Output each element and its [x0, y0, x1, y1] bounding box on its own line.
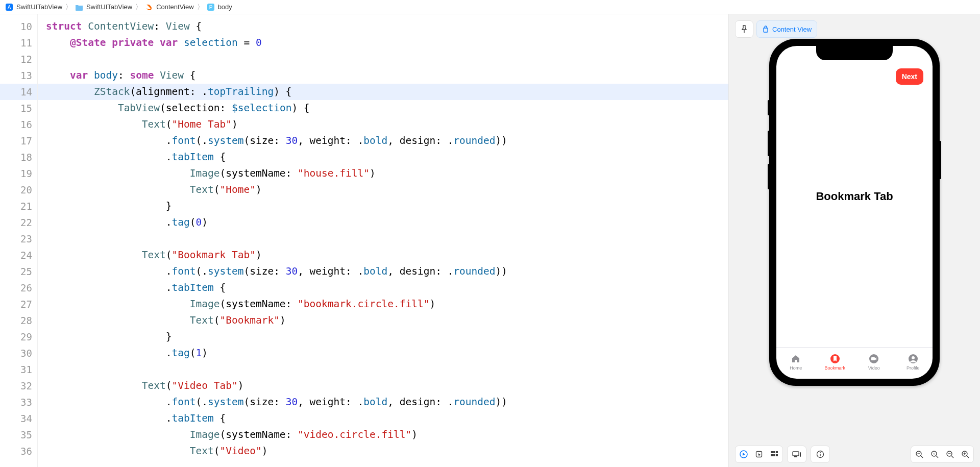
variants-preview-button[interactable]: [769, 449, 779, 459]
preview-body-label: Bookmark Tab: [776, 46, 933, 347]
line-number: 25: [0, 263, 32, 280]
svg-line-34: [967, 456, 969, 458]
info-icon: [815, 449, 825, 459]
content-view-chip-label: Content View: [772, 26, 812, 33]
code-line[interactable]: Text("Home"): [46, 182, 728, 198]
breadcrumb: A SwiftUITabView 〉 SwiftUITabView 〉 Cont…: [0, 0, 980, 14]
bag-icon: [762, 26, 769, 33]
breadcrumb-label: body: [218, 3, 232, 11]
code-area[interactable]: struct ContentView: View { @State privat…: [38, 14, 728, 467]
preview-canvas: Content View Next Bookmark Tab HomeBookm…: [729, 14, 980, 467]
line-number: 31: [0, 361, 32, 378]
code-line[interactable]: Image(systemName: "house.fill"): [46, 165, 728, 182]
person-circle-icon: [908, 353, 919, 364]
selectable-preview-button[interactable]: [754, 449, 764, 459]
code-line[interactable]: Text("Video"): [46, 443, 728, 459]
line-number: 24: [0, 247, 32, 263]
line-number: 21: [0, 198, 32, 214]
breadcrumb-label: SwiftUITabView: [16, 3, 62, 11]
code-line[interactable]: Text("Bookmark Tab"): [46, 247, 728, 263]
canvas-settings-button[interactable]: [811, 446, 830, 463]
code-line[interactable]: }: [46, 198, 728, 214]
preview-tab-label: Home: [790, 365, 802, 371]
line-number-gutter: 1011121314151617181920212223242526272829…: [0, 14, 38, 467]
svg-rect-22: [820, 454, 820, 456]
code-line[interactable]: @State private var selection = 0: [46, 35, 728, 51]
line-number: 16: [0, 116, 32, 133]
line-number: 23: [0, 231, 32, 247]
line-number: 11: [0, 35, 32, 51]
breadcrumb-item-project[interactable]: A SwiftUITabView: [5, 3, 62, 11]
chevron-right-icon: 〉: [65, 3, 72, 12]
svg-rect-17: [793, 452, 799, 456]
breadcrumb-item-file[interactable]: ContentView: [145, 3, 193, 11]
next-button[interactable]: Next: [896, 68, 923, 85]
preview-tab-home[interactable]: Home: [780, 353, 811, 371]
code-line[interactable]: .tabItem {: [46, 149, 728, 165]
pin-preview-button[interactable]: [735, 20, 753, 38]
code-line[interactable]: .font(.system(size: 30, weight: .bold, d…: [46, 263, 728, 280]
content-view-chip[interactable]: Content View: [756, 20, 817, 38]
code-line[interactable]: Image(systemName: "video.circle.fill"): [46, 427, 728, 443]
code-line[interactable]: .tag(1): [46, 345, 728, 361]
code-line[interactable]: ZStack(alignment: .topTrailing) {: [38, 84, 728, 100]
code-line[interactable]: .font(.system(size: 30, weight: .bold, d…: [46, 133, 728, 149]
line-number: 33: [0, 394, 32, 410]
svg-rect-14: [771, 454, 773, 456]
code-line[interactable]: struct ContentView: View {: [46, 18, 728, 35]
preview-tab-label: Video: [868, 365, 880, 371]
app-icon: A: [5, 3, 13, 11]
line-number: 32: [0, 378, 32, 394]
pin-icon: [741, 25, 748, 33]
code-line[interactable]: [46, 231, 728, 247]
preview-tab-label: Bookmark: [824, 365, 845, 371]
code-line[interactable]: var body: some View {: [46, 67, 728, 84]
svg-rect-16: [776, 454, 778, 456]
zoom-out-button[interactable]: [914, 449, 924, 459]
preview-tabbar: HomeBookmarkVideoProfile: [776, 347, 933, 379]
breadcrumb-label: ContentView: [156, 3, 193, 11]
preview-tab-label: Profile: [906, 365, 920, 371]
chevron-right-icon: 〉: [197, 3, 204, 12]
device-settings-icon: [792, 449, 802, 459]
line-number: 20: [0, 182, 32, 198]
bookmark-circle-icon: [829, 353, 841, 364]
code-line[interactable]: [46, 51, 728, 67]
preview-tab-profile[interactable]: Profile: [898, 353, 928, 371]
preview-tab-video[interactable]: Video: [859, 353, 889, 371]
code-line[interactable]: TabView(selection: $selection) {: [46, 100, 728, 116]
breadcrumb-item-folder[interactable]: SwiftUITabView: [75, 3, 132, 11]
line-number: 26: [0, 280, 32, 296]
zoom-in-button[interactable]: [960, 449, 970, 459]
preview-controls-group: [735, 446, 783, 463]
code-line[interactable]: Text("Home Tab"): [46, 116, 728, 133]
zoom-fit-button[interactable]: [945, 449, 955, 459]
code-line[interactable]: [46, 361, 728, 378]
device-screen[interactable]: Next Bookmark Tab HomeBookmarkVideoProfi…: [776, 46, 933, 379]
code-line[interactable]: Text("Video Tab"): [46, 378, 728, 394]
device-settings-button[interactable]: [787, 446, 806, 463]
line-number: 22: [0, 214, 32, 231]
svg-line-30: [951, 456, 953, 458]
swift-icon: [145, 3, 153, 11]
code-line[interactable]: .font(.system(size: 30, weight: .bold, d…: [46, 394, 728, 410]
line-number: 28: [0, 312, 32, 329]
svg-line-27: [936, 456, 938, 458]
code-line[interactable]: .tag(0): [46, 214, 728, 231]
preview-tab-bookmark[interactable]: Bookmark: [820, 353, 850, 371]
code-editor[interactable]: 1011121314151617181920212223242526272829…: [0, 14, 729, 467]
code-line[interactable]: .tabItem {: [46, 280, 728, 296]
code-line[interactable]: }: [46, 329, 728, 345]
breadcrumb-item-symbol[interactable]: P body: [207, 3, 232, 11]
live-preview-button[interactable]: [739, 449, 749, 459]
code-line[interactable]: Text("Bookmark"): [46, 312, 728, 329]
line-number: 19: [0, 165, 32, 182]
svg-line-24: [921, 456, 923, 458]
device-notch: [816, 46, 893, 60]
svg-text:A: A: [8, 5, 11, 10]
code-line[interactable]: Image(systemName: "bookmark.circle.fill"…: [46, 296, 728, 312]
code-line[interactable]: .tabItem {: [46, 410, 728, 427]
device-frame: Next Bookmark Tab HomeBookmarkVideoProfi…: [769, 39, 940, 386]
line-number: 29: [0, 329, 32, 345]
zoom-actual-button[interactable]: 1: [929, 449, 940, 459]
